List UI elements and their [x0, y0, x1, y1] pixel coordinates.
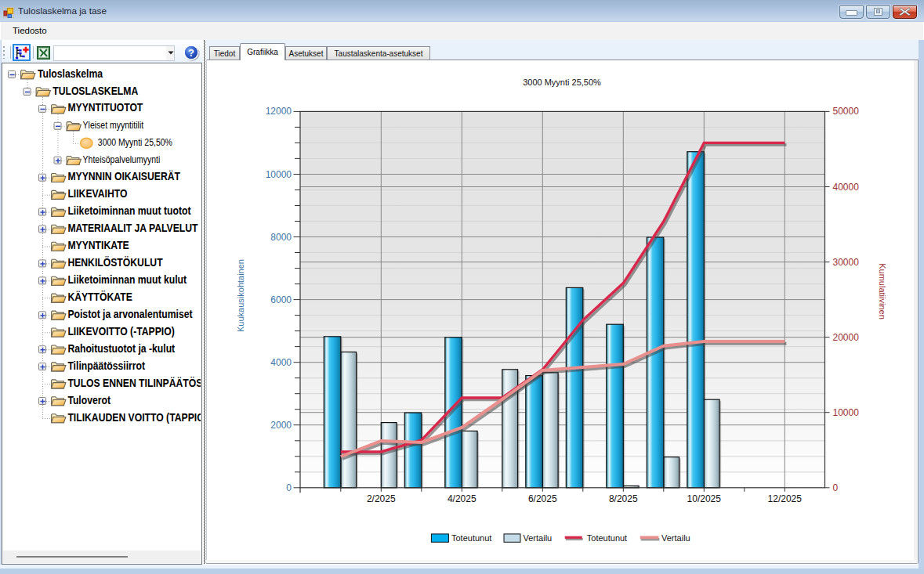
svg-text:40000: 40000 — [833, 182, 860, 193]
svg-text:Kuukausikohtainen: Kuukausikohtainen — [236, 259, 245, 332]
svg-text:6/2025: 6/2025 — [528, 493, 557, 504]
svg-text:3000 Myynti 25,50%: 3000 Myynti 25,50% — [523, 78, 601, 87]
svg-text:2/2025: 2/2025 — [367, 493, 396, 504]
svg-text:0: 0 — [286, 482, 292, 493]
svg-text:10000: 10000 — [266, 169, 292, 180]
svg-text:8000: 8000 — [270, 232, 292, 243]
svg-text:8/2025: 8/2025 — [609, 493, 638, 504]
svg-text:4000: 4000 — [270, 357, 292, 368]
svg-text:20000: 20000 — [833, 332, 860, 343]
svg-text:Kumulatiivinen: Kumulatiivinen — [878, 263, 887, 319]
svg-text:6000: 6000 — [270, 294, 292, 305]
svg-text:4/2025: 4/2025 — [448, 493, 476, 504]
svg-text:12/2025: 12/2025 — [768, 493, 803, 504]
svg-text:50000: 50000 — [833, 106, 860, 117]
svg-text:10/2025: 10/2025 — [687, 493, 722, 504]
svg-text:Toteutunut: Toteutunut — [451, 533, 491, 543]
svg-text:12000: 12000 — [266, 106, 292, 117]
svg-text:30000: 30000 — [833, 257, 860, 268]
svg-text:0: 0 — [833, 482, 839, 493]
svg-text:Vertailu: Vertailu — [524, 533, 553, 543]
svg-text:?: ? — [188, 47, 194, 59]
svg-text:2000: 2000 — [270, 420, 292, 431]
svg-text:Vertailu: Vertailu — [661, 533, 690, 543]
svg-text:10000: 10000 — [833, 407, 860, 418]
svg-text:Toteutunut: Toteutunut — [587, 533, 627, 543]
